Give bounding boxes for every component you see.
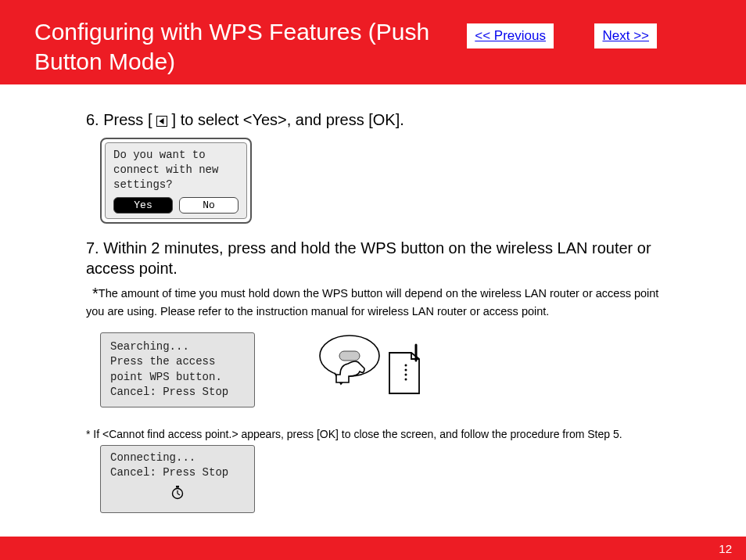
stopwatch-icon bbox=[110, 484, 245, 506]
step6-pre: 6. Press [ bbox=[86, 111, 152, 128]
step-6: 6. Press [ ] to select <Yes>, and press … bbox=[86, 109, 660, 130]
previous-button[interactable]: << Previous bbox=[467, 23, 554, 48]
next-button[interactable]: Next >> bbox=[594, 23, 657, 48]
svg-rect-10 bbox=[176, 486, 179, 488]
footer-bar: 12 bbox=[0, 537, 746, 560]
lcd3-line2: Cancel: Press Stop bbox=[110, 465, 245, 481]
svg-rect-3 bbox=[339, 351, 360, 361]
step6-post: ] to select <Yes>, and press [OK]. bbox=[172, 111, 404, 128]
lcd2-line2: Press the access bbox=[110, 354, 245, 370]
svg-point-5 bbox=[405, 368, 407, 371]
cannot-find-note: * If <Cannot find access point.> appears… bbox=[86, 428, 660, 440]
lcd2-line4: Cancel: Press Stop bbox=[110, 385, 245, 400]
lcd2-line3: point WPS button. bbox=[110, 370, 245, 386]
lcd1-line1: Do you want to bbox=[113, 148, 239, 163]
lcd-confirm: Do you want to connect with new settings… bbox=[100, 138, 252, 224]
lcd1-line2: connect with new bbox=[113, 163, 239, 178]
svg-line-13 bbox=[178, 494, 180, 495]
lcd1-yes: Yes bbox=[113, 197, 173, 214]
svg-point-4 bbox=[405, 364, 407, 366]
page-number: 12 bbox=[719, 542, 732, 555]
left-triangle-icon bbox=[156, 116, 167, 127]
lcd2-line1: Searching... bbox=[110, 339, 245, 355]
lcd1-line3: settings? bbox=[113, 178, 239, 192]
header-bar: Configuring with WPS Features (Push Butt… bbox=[0, 0, 746, 84]
step-7: 7. Within 2 minutes, press and hold the … bbox=[86, 238, 660, 278]
svg-point-7 bbox=[405, 378, 407, 380]
note7-text: The amount of time you must hold down th… bbox=[86, 287, 658, 318]
svg-point-6 bbox=[405, 373, 407, 375]
lcd-searching: Searching... Press the access point WPS … bbox=[100, 332, 255, 407]
lcd3-line1: Connecting... bbox=[110, 451, 245, 466]
lcd-connecting: Connecting... Cancel: Press Stop bbox=[100, 445, 255, 513]
router-press-icon bbox=[307, 329, 439, 411]
content-area: 6. Press [ ] to select <Yes>, and press … bbox=[0, 109, 746, 513]
step-7-note: *The amount of time you must hold down t… bbox=[86, 283, 660, 320]
lcd1-no: No bbox=[179, 197, 239, 214]
page-title: Configuring with WPS Features (Push Butt… bbox=[0, 0, 472, 76]
